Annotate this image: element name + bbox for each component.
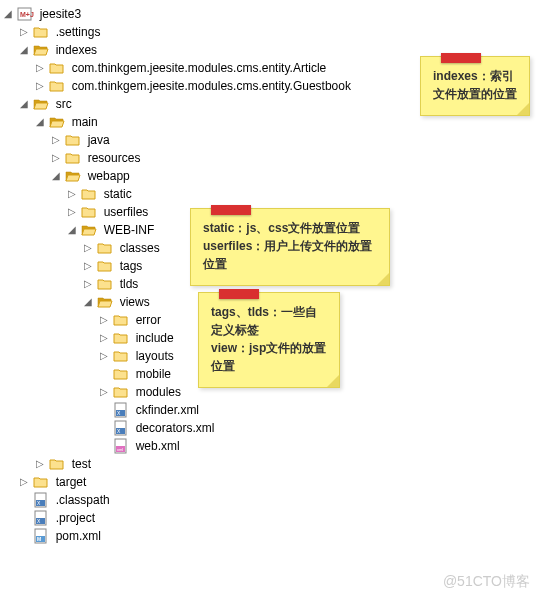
expand-icon[interactable]: ▷	[34, 77, 45, 95]
note-text: indexes：索引文件放置的位置	[433, 69, 517, 101]
tree-node[interactable]: pom.xml	[2, 526, 540, 544]
project-icon	[17, 6, 33, 22]
folder-closed-icon	[65, 132, 81, 148]
folder-closed-icon	[49, 456, 65, 472]
expand-icon[interactable]: ▷	[50, 131, 61, 149]
expand-icon[interactable]: ▷	[82, 239, 93, 257]
note-text: static：js、css文件放置位置	[203, 219, 377, 237]
collapse-icon[interactable]: ◢	[82, 293, 93, 311]
tree-node[interactable]: ▷ target	[2, 472, 540, 490]
tree-node[interactable]: ▷ java	[2, 130, 540, 148]
expand-icon[interactable]: ▷	[34, 59, 45, 77]
folder-closed-icon	[81, 204, 97, 220]
expand-icon[interactable]: ▷	[98, 311, 109, 329]
expand-icon[interactable]: ▷	[66, 203, 77, 221]
folder-open-icon	[97, 294, 113, 310]
sticky-note-indexes: indexes：索引文件放置的位置	[420, 56, 530, 116]
xml-file-icon	[113, 420, 129, 436]
tree-node[interactable]: web.xml	[2, 436, 540, 454]
collapse-icon[interactable]: ◢	[50, 167, 61, 185]
expand-icon[interactable]: ▷	[66, 185, 77, 203]
xml-file-icon	[33, 492, 49, 508]
tree-node[interactable]: decorators.xml	[2, 418, 540, 436]
sticky-note-tags-views: tags、tlds：一些自定义标签 view：jsp文件的放置位置	[198, 292, 340, 388]
tree-node[interactable]: ▷ test	[2, 454, 540, 472]
expand-icon[interactable]: ▷	[82, 275, 93, 293]
folder-closed-icon	[113, 384, 129, 400]
expand-icon[interactable]: ▷	[50, 149, 61, 167]
xml-file-icon	[33, 510, 49, 526]
xml-file-icon	[113, 438, 129, 454]
folder-closed-icon	[97, 276, 113, 292]
folder-closed-icon	[97, 258, 113, 274]
expand-icon[interactable]: ▷	[18, 23, 29, 41]
folder-closed-icon	[113, 330, 129, 346]
folder-closed-icon	[113, 348, 129, 364]
sticky-note-static-userfiles: static：js、css文件放置位置 userfiles：用户上传文件的放置位…	[190, 208, 390, 286]
tree-node[interactable]: ◢ webapp	[2, 166, 540, 184]
folder-open-icon	[33, 96, 49, 112]
tree-node[interactable]: ckfinder.xml	[2, 400, 540, 418]
collapse-icon[interactable]: ◢	[18, 41, 29, 59]
folder-closed-icon	[113, 312, 129, 328]
tree-node[interactable]: ▷ static	[2, 184, 540, 202]
expand-icon[interactable]: ▷	[82, 257, 93, 275]
tree-node[interactable]: ▷ resources	[2, 148, 540, 166]
folder-open-icon	[81, 222, 97, 238]
expand-icon[interactable]: ▷	[98, 329, 109, 347]
folder-open-icon	[65, 168, 81, 184]
folder-open-icon	[49, 114, 65, 130]
folder-closed-icon	[49, 60, 65, 76]
tree-node[interactable]: ▷ .settings	[2, 22, 540, 40]
folder-closed-icon	[33, 24, 49, 40]
collapse-icon[interactable]: ◢	[66, 221, 77, 239]
collapse-icon[interactable]: ◢	[2, 5, 13, 23]
tree-node-root[interactable]: ◢ jeesite3	[2, 4, 540, 22]
collapse-icon[interactable]: ◢	[18, 95, 29, 113]
maven-file-icon	[33, 528, 49, 544]
folder-closed-icon	[97, 240, 113, 256]
watermark: @51CTO博客	[443, 573, 530, 591]
folder-closed-icon	[81, 186, 97, 202]
folder-closed-icon	[49, 78, 65, 94]
note-text: view：jsp文件的放置位置	[211, 339, 327, 375]
xml-file-icon	[113, 402, 129, 418]
collapse-icon[interactable]: ◢	[34, 113, 45, 131]
folder-open-icon	[33, 42, 49, 58]
tree-node[interactable]: .classpath	[2, 490, 540, 508]
note-text: userfiles：用户上传文件的放置位置	[203, 237, 377, 273]
tree-node[interactable]: .project	[2, 508, 540, 526]
folder-closed-icon	[65, 150, 81, 166]
expand-icon[interactable]: ▷	[98, 347, 109, 365]
note-text: tags、tlds：一些自定义标签	[211, 303, 327, 339]
expand-icon[interactable]: ▷	[98, 383, 109, 401]
expand-icon[interactable]: ▷	[18, 473, 29, 491]
expand-icon[interactable]: ▷	[34, 455, 45, 473]
folder-closed-icon	[113, 366, 129, 382]
folder-closed-icon	[33, 474, 49, 490]
